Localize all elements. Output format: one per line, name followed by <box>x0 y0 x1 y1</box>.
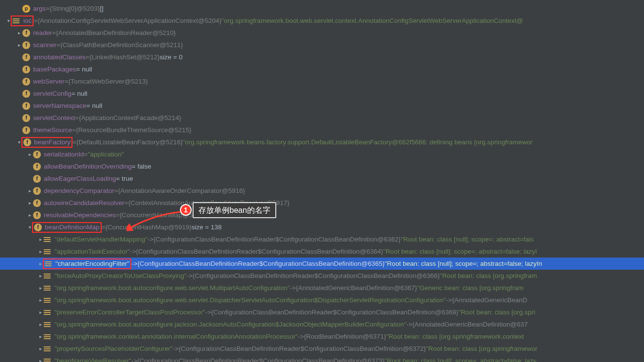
tree-row[interactable]: ▸"org.springframework.boot.autoconfigure… <box>0 282 644 294</box>
tree-row[interactable]: ▸fservletContext = {ApplicationContextFa… <box>0 112 644 124</box>
chevron-right-icon[interactable]: ▸ <box>37 306 44 318</box>
tree-row[interactable]: ▸fservletConfig = null <box>0 87 644 100</box>
arrow: -> <box>130 245 136 258</box>
field-icon: f <box>22 29 30 37</box>
object-ref: {ConfigurationClassBeanDefinitionReader$… <box>193 270 440 282</box>
chevron-right-icon[interactable]: ▸ <box>26 148 33 160</box>
tree-row[interactable]: ▸"org.springframework.context.annotation… <box>0 330 644 343</box>
chevron-right-icon[interactable]: ▸ <box>16 27 22 39</box>
field-icon: f <box>33 187 41 195</box>
tree-row[interactable]: ▸"forceAutoProxyCreatorToUseClassProxyin… <box>0 270 644 282</box>
equals-sign: = <box>86 51 89 63</box>
arrow: -> <box>446 294 452 306</box>
tostring-value: "Root bean: class [org.springframework.c… <box>386 330 524 343</box>
object-ref: {AnnotationConfigServletWebServerApplica… <box>37 15 221 27</box>
field-icon: f <box>33 163 41 171</box>
tree-row[interactable]: ▾fbeanFactory = {DefaultListableBeanFact… <box>0 136 644 148</box>
arrow: -> <box>290 282 296 294</box>
tostring-value: "Root bean: class [null]; scope=; abstra… <box>401 233 534 245</box>
chevron-right-icon[interactable]: ▸ <box>37 318 44 330</box>
variable-name: serializationId <box>44 148 84 160</box>
tree-row[interactable]: ▸"beanNameViewResolver" -> {Configuratio… <box>0 355 644 362</box>
chevron-right-icon[interactable]: ▸ <box>37 245 44 258</box>
tree-row[interactable]: ▸fwebServer = {TomcatWebServer@5213} <box>0 75 644 87</box>
chevron-right-icon[interactable]: ▸ <box>37 343 44 355</box>
arrow: -> <box>131 258 137 270</box>
variable-name: basePackages <box>33 63 76 75</box>
variable-name: themeSource <box>33 124 72 136</box>
tree-row[interactable]: ▸"org.springframework.boot.autoconfigure… <box>0 318 644 330</box>
tree-row[interactable]: ▾fbeanDefinitionMap = {ConcurrentHashMap… <box>0 221 644 233</box>
equals-sign: = <box>72 136 76 148</box>
tostring-value: "Root bean: class [org.springframewor <box>426 343 537 355</box>
arrow: -> <box>298 330 304 343</box>
chevron-right-icon[interactable]: ▸ <box>26 209 33 221</box>
equals-sign: = <box>56 39 60 51</box>
object-ref: {ConcurrentHashMap@5919} <box>105 221 191 233</box>
chevron-right-icon[interactable]: ▸ <box>37 270 44 282</box>
variable-name: servletConfig <box>33 87 72 100</box>
map-key: "beanNameViewResolver" <box>54 355 131 362</box>
list-icon <box>44 333 52 341</box>
tree-row[interactable]: ▸"org.springframework.boot.autoconfigure… <box>0 294 644 306</box>
list-icon <box>44 284 52 292</box>
object-ref: {ConcurrentHashMap@5918} <box>120 209 206 221</box>
tree-row[interactable]: ▸fthemeSource = {ResourceBundleThemeSour… <box>0 124 644 136</box>
object-ref: {ConfigurationClassBeanDefinitionReader$… <box>179 343 426 355</box>
chevron-right-icon[interactable]: ▸ <box>26 185 33 197</box>
map-key: "applicationTaskExecutor" <box>54 245 130 258</box>
tree-row[interactable]: ▸fdependencyComparator = {AnnotationAwar… <box>0 185 644 197</box>
object-ref: {AnnotatedBeanDefinitionReader@5210} <box>56 27 176 39</box>
field-icon: f <box>22 78 30 86</box>
tostring-value: "Root bean: class [null]; scope=; abstra… <box>383 245 537 258</box>
tree-row[interactable]: ▸freader = {AnnotatedBeanDefinitionReade… <box>0 27 644 39</box>
object-ref: {ClassPathBeanDefinitionScanner@5211} <box>60 39 183 51</box>
tree-row[interactable]: ▾ioc = {AnnotationConfigServletWebServer… <box>0 15 644 27</box>
tree-row[interactable]: ▸fbasePackages = null <box>0 63 644 75</box>
equals-sign: = <box>114 185 118 197</box>
field-icon: f <box>33 199 41 207</box>
chevron-right-icon[interactable]: ▸ <box>37 233 44 245</box>
variable-name: dependencyComparator <box>44 185 114 197</box>
equals-sign: = <box>72 124 76 136</box>
chevron-right-icon[interactable]: ▸ <box>37 294 44 306</box>
variable-name: beanDefinitionMap <box>45 221 100 233</box>
list-icon <box>44 236 52 243</box>
tree-row[interactable]: ▸fautowireCandidateResolver = {ContextAn… <box>0 197 644 209</box>
object-ref: {ConfigurationClassBeanDefinitionReader$… <box>137 355 384 362</box>
tree-row[interactable]: ▸fallowEagerClassLoading = true <box>0 172 644 185</box>
chevron-right-icon[interactable]: ▸ <box>16 39 22 51</box>
tree-row[interactable]: ▸fallowBeanDefinitionOverriding = false <box>0 160 644 172</box>
map-key: "org.springframework.boot.autoconfigure.… <box>54 282 290 294</box>
object-ref: {DefaultListableBeanFactory@5216} <box>76 136 183 148</box>
tree-row[interactable]: ▸"preserveErrorControllerTargetClassPost… <box>0 306 644 318</box>
tree-row[interactable]: ▸fserverNamespace = null <box>0 100 644 112</box>
tree-row[interactable]: ▸"characterEncodingFilter" -> {Configura… <box>0 258 644 270</box>
chevron-right-icon[interactable]: ▸ <box>37 355 44 362</box>
parameter-icon: p <box>22 5 30 13</box>
variable-value: = null <box>72 87 88 100</box>
tree-row[interactable]: ▸fscanner = {ClassPathBeanDefinitionScan… <box>0 39 644 51</box>
tree-row[interactable]: ▸fserializationId = "application" <box>0 148 644 160</box>
equals-sign: = <box>75 112 79 124</box>
chevron-right-icon[interactable]: ▸ <box>26 197 33 209</box>
variable-value: = false <box>132 160 151 172</box>
tree-row[interactable]: ▸"applicationTaskExecutor" -> {Configura… <box>0 245 644 258</box>
arrow: -> <box>173 343 179 355</box>
object-ref: {LinkedHashSet@5212} <box>89 51 160 63</box>
variable-name: autowireCandidateResolver <box>44 197 125 209</box>
tree-row[interactable]: ▸"propertySourcesPlaceholderConfigurer" … <box>0 343 644 355</box>
chevron-right-icon[interactable]: ▸ <box>37 330 44 343</box>
tree-row[interactable]: ▸fannotatedClasses = {LinkedHashSet@5212… <box>0 51 644 63</box>
variable-name: resolvableDependencies <box>44 209 116 221</box>
field-icon: f <box>22 102 30 110</box>
object-ref: {RootBeanDefinition@6371} <box>304 330 386 343</box>
map-key: "characterEncodingFilter" <box>55 258 129 270</box>
tree-row[interactable]: ▸pargs = {String[0]@5203} [] <box>0 2 644 15</box>
object-ref: {ConfigurationClassBeanDefinitionReader$… <box>138 258 385 270</box>
tostring-value: "Root bean: class [null]; scope=; abstra… <box>385 355 537 362</box>
tree-row[interactable]: ▸"defaultServletHandlerMapping" -> {Conf… <box>0 233 644 245</box>
object-ref: {String[0]@5203} <box>50 2 100 15</box>
tree-row[interactable]: ▸fresolvableDependencies = {ConcurrentHa… <box>0 209 644 221</box>
chevron-right-icon[interactable]: ▸ <box>37 282 44 294</box>
